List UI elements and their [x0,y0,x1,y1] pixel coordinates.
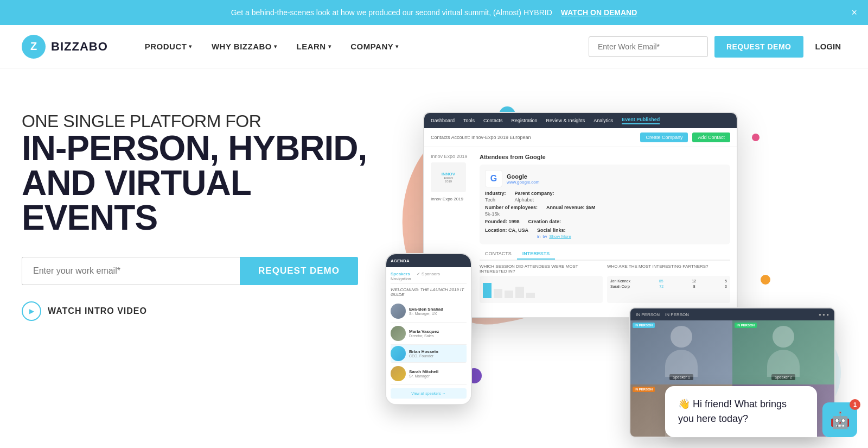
in-person-label-3: IN PERSON [633,387,655,392]
close-icon[interactable]: × [851,7,857,18]
in-person-label-2: IN PERSON [735,323,757,328]
banner-text: Get a behind-the-scenes look at how we p… [231,8,552,17]
tablet-small-topbar: IN PERSON IN PERSON ● ● ● [630,308,834,320]
nav-item-learn[interactable]: LEARN ▾ [287,25,341,68]
phone-item-1: Eva-Ben Shahad Sr. Manager, UX [391,300,467,323]
mock-nav-bar: Dashboard Tools Contacts Registration Re… [424,113,737,128]
chevron-down-icon: ▾ [395,43,399,49]
video-cell-1: IN PERSON Speaker 1 [630,320,732,384]
chat-bubble: 👋 Hi friend! What brings you here today? [665,386,817,437]
chatbot-icon[interactable]: 🤖 1 [822,402,857,437]
chevron-down-icon: ▾ [328,43,331,49]
nav-right: REQUEST DEMO LOGIN [589,36,846,58]
mock-main-area: Attendees from Google G Google www.googl… [480,154,730,303]
banner-link[interactable]: WATCH ON DEMAND [561,8,637,17]
mock-nav-insights: Review & Insights [546,118,585,123]
decorative-dot-pink [752,134,760,141]
mock-nav-registration: Registration [512,118,538,123]
mock-create-company-btn[interactable]: Create Company [640,132,688,142]
phone-screen: AGENDA Speakers ✓ Sponsors Navigation WE… [386,254,471,404]
logo[interactable]: Z BIZZABO [22,35,108,59]
phone-topbar: AGENDA [386,254,471,267]
hero-left: ONE SINGLE PLATFORM FOR IN-PERSON, HYBRI… [22,101,369,321]
video-person-2: Speaker 2 [732,320,834,384]
phone-item-2: Maria Vasquez Director, Sales [391,323,467,345]
phone-avatar-2 [391,326,406,341]
phone-avatar-1 [391,304,406,319]
chevron-down-icon: ▾ [189,43,192,49]
top-banner: Get a behind-the-scenes look at how we p… [0,0,868,25]
notification-badge: 1 [850,399,860,410]
mock-company-name: Google [507,173,539,180]
play-icon: ▶ [22,301,41,321]
hero-form: REQUEST DEMO [22,257,358,285]
chatbot-container: 👋 Hi friend! What brings you here today?… [665,386,857,437]
mock-nav-contacts: Contacts [483,118,503,123]
decorative-dot-orange [761,275,770,285]
watch-video-label: WATCH INTRO VIDEO [48,306,147,316]
mock-nav-analytics: Analytics [593,118,613,123]
mock-nav-dashboard: Dashboard [431,118,455,123]
logo-text: BIZZABO [51,40,108,54]
mock-interests-tab[interactable]: INTERESTS [517,249,556,260]
video-person-1: Speaker 1 [630,320,732,384]
watch-video-button[interactable]: ▶ WATCH INTRO VIDEO [22,301,369,321]
mock-google-card: G Google www.google.com Industry: Tech [480,165,730,244]
nav-item-company[interactable]: COMPANY ▾ [341,25,409,68]
nav-item-product[interactable]: PRODUCT ▾ [135,25,202,68]
phone-item-4: Sarah Mitchell Sr. Manager [391,363,467,385]
navbar: Z BIZZABO PRODUCT ▾ WHY BIZZABO ▾ LEARN … [0,25,868,68]
login-button[interactable]: LOGIN [810,42,847,51]
video-cell-2: IN PERSON Speaker 2 [732,320,834,384]
nav-item-why-bizzabo[interactable]: WHY BIZZABO ▾ [202,25,287,68]
phone-view-more[interactable]: View all speakers → [391,388,467,399]
phone-mockup: AGENDA Speakers ✓ Sponsors Navigation WE… [385,253,472,405]
phone-topbar-label: AGENDA [391,258,410,263]
phone-content: Speakers ✓ Sponsors Navigation WELCOMING… [386,267,471,403]
mock-google-logo: G [485,170,502,187]
robot-icon: 🤖 [830,411,850,430]
chat-message: 👋 Hi friend! What brings you here today? [678,399,787,424]
mock-add-contact-btn[interactable]: Add Contact [692,132,730,142]
chevron-down-icon: ▾ [274,43,277,49]
mock-contacts-tab[interactable]: CONTACTS [480,249,517,260]
mock-nav-tools: Tools [463,118,475,123]
nav-links: PRODUCT ▾ WHY BIZZABO ▾ LEARN ▾ COMPANY … [135,25,589,68]
hero-request-demo-button[interactable]: REQUEST DEMO [240,257,358,285]
hero-title: IN-PERSON, HYBRID, AND VIRTUAL EVENTS [22,131,369,235]
hero-email-input[interactable] [22,257,240,285]
hero-subtitle: ONE SINGLE PLATFORM FOR [22,112,369,131]
email-input-nav[interactable] [589,36,708,57]
mock-nav-published: Event Published [622,117,660,124]
logo-icon: Z [22,35,46,59]
phone-avatar-3 [391,346,406,361]
phone-avatar-4 [391,366,406,381]
phone-item-3: Brian Hossein CEO, Founder [391,345,467,363]
request-demo-button-nav[interactable]: REQUEST DEMO [714,36,803,58]
in-person-label-1: IN PERSON [633,323,655,328]
